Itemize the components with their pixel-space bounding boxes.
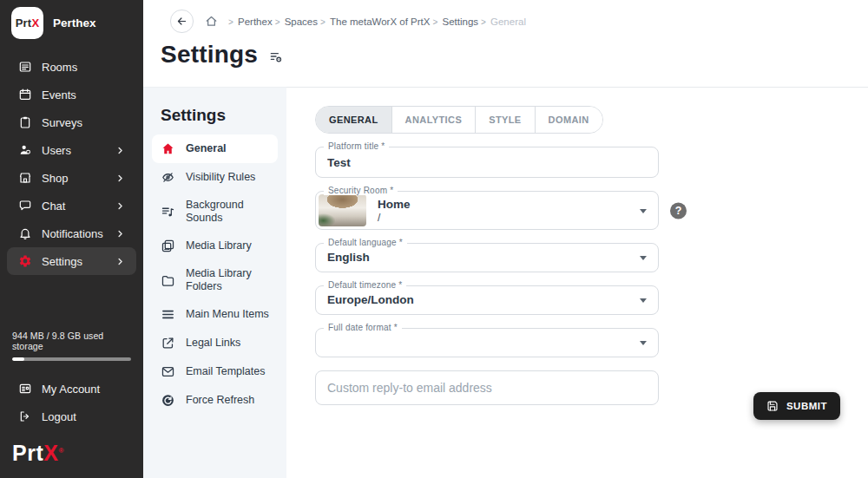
caret-down-icon bbox=[640, 209, 647, 213]
chevron-right-icon bbox=[115, 229, 125, 239]
sidebar-item-logout[interactable]: Logout bbox=[7, 403, 136, 430]
back-button[interactable] bbox=[170, 10, 194, 33]
settings-nav-item-force-refresh[interactable]: Force Refresh bbox=[152, 386, 278, 415]
sidebar-item-chat[interactable]: Chat bbox=[7, 192, 136, 219]
room-name: Home bbox=[378, 198, 411, 212]
settings-nav-item-media-library[interactable]: Media Library bbox=[152, 232, 278, 260]
photo-library-icon bbox=[161, 239, 175, 253]
home-icon[interactable] bbox=[205, 15, 218, 28]
brand-logo: PrtX bbox=[11, 7, 43, 39]
room-text: Home / bbox=[378, 198, 411, 224]
footer-logo-suffix: X bbox=[43, 441, 58, 465]
users-icon bbox=[18, 143, 32, 157]
reply-to-email-field[interactable] bbox=[315, 370, 659, 405]
sidebar-item-users[interactable]: Users bbox=[7, 136, 136, 164]
main-sidebar: PrtX Perthex Rooms Events Surveys Users bbox=[0, 0, 143, 478]
settings-nav-item-general[interactable]: General bbox=[152, 134, 278, 163]
general-settings-form: Platform title * Security Room * Home / … bbox=[315, 147, 659, 405]
external-link-icon bbox=[161, 336, 175, 350]
room-thumbnail bbox=[319, 194, 366, 226]
settings-nav-item-email-templates[interactable]: Email Templates bbox=[152, 357, 278, 386]
default-timezone-select[interactable]: Default timezone * Europe/London bbox=[315, 285, 659, 315]
tab-analytics[interactable]: ANALYTICS bbox=[391, 107, 476, 133]
settings-nav-item-main-menu-items[interactable]: Main Menu Items bbox=[152, 300, 278, 329]
footer-logo: PrtX® bbox=[0, 430, 143, 478]
app-root: PrtX Perthex Rooms Events Surveys Users bbox=[0, 0, 868, 478]
brand-name: Perthex bbox=[53, 16, 96, 29]
default-language-select[interactable]: Default language * English bbox=[315, 243, 659, 272]
reply-to-email-input[interactable] bbox=[327, 381, 647, 395]
settings-nav-label: General bbox=[186, 142, 227, 155]
tab-general[interactable]: GENERAL bbox=[316, 107, 391, 133]
sidebar-item-shop[interactable]: Shop bbox=[7, 164, 136, 192]
full-date-format-select[interactable]: Full date format * bbox=[315, 328, 659, 357]
breadcrumb-item[interactable]: Settings bbox=[430, 16, 478, 27]
events-icon bbox=[18, 88, 32, 101]
settings-nav-item-legal-links[interactable]: Legal Links bbox=[152, 329, 278, 357]
sidebar-item-settings[interactable]: Settings bbox=[7, 247, 136, 275]
chevron-right-icon bbox=[115, 146, 125, 155]
menu-icon bbox=[161, 307, 175, 322]
id-badge-icon bbox=[18, 382, 32, 396]
logo-suffix: X bbox=[31, 16, 39, 29]
tab-style[interactable]: STYLE bbox=[475, 107, 534, 133]
submit-button[interactable]: SUBMIT bbox=[753, 392, 840, 420]
shop-icon bbox=[18, 171, 32, 185]
logo-prefix: Prt bbox=[16, 16, 32, 29]
chat-icon bbox=[18, 199, 32, 213]
list-settings-icon[interactable] bbox=[269, 50, 283, 64]
gear-icon bbox=[18, 254, 32, 268]
settings-nav-item-media-library-folders[interactable]: Media Library Folders bbox=[152, 260, 278, 300]
folder-icon bbox=[161, 273, 175, 288]
settings-sidebar-title: Settings bbox=[143, 88, 286, 134]
settings-nav-label: Main Menu Items bbox=[186, 308, 269, 321]
page-title-row: Settings bbox=[161, 41, 283, 69]
save-icon bbox=[766, 400, 779, 412]
logout-icon bbox=[18, 409, 32, 423]
settings-nav-label: Legal Links bbox=[186, 337, 240, 350]
tab-domain[interactable]: DOMAIN bbox=[535, 107, 602, 133]
breadcrumb-item[interactable]: Spaces bbox=[273, 16, 318, 27]
sidebar-item-events[interactable]: Events bbox=[7, 81, 136, 108]
sidebar-item-label: Settings bbox=[42, 255, 82, 268]
breadcrumb-item[interactable]: Perthex bbox=[226, 16, 273, 27]
settings-nav-label: Email Templates bbox=[186, 365, 265, 378]
sidebar-item-notifications[interactable]: Notifications bbox=[7, 219, 136, 247]
breadcrumb-items: Perthex Spaces The metaWorX of PrtX Sett… bbox=[226, 16, 526, 27]
settings-nav-label: Force Refresh bbox=[186, 394, 254, 407]
platform-title-label: Platform title * bbox=[324, 141, 389, 151]
settings-nav-item-background-sounds[interactable]: Background Sounds bbox=[152, 192, 278, 232]
rooms-icon bbox=[18, 60, 32, 74]
sidebar-item-label: My Account bbox=[42, 383, 100, 396]
sidebar-item-label: Shop bbox=[42, 172, 68, 185]
settings-nav-label: Visibility Rules bbox=[186, 171, 255, 184]
default-timezone-value: Europe/London bbox=[327, 293, 632, 307]
refresh-icon bbox=[161, 393, 175, 408]
settings-nav-item-visibility-rules[interactable]: Visibility Rules bbox=[152, 163, 278, 192]
security-room-select[interactable]: Security Room * Home / ? bbox=[315, 191, 659, 230]
sidebar-item-label: Rooms bbox=[42, 61, 77, 74]
caret-down-icon bbox=[640, 341, 647, 345]
settings-form-panel: GENERAL ANALYTICS STYLE DOMAIN Platform … bbox=[286, 87, 868, 478]
full-date-format-label: Full date format * bbox=[324, 323, 402, 332]
security-room-label: Security Room * bbox=[324, 186, 398, 195]
footer-logo-prefix: Prt bbox=[12, 441, 43, 465]
chevron-right-icon bbox=[115, 257, 125, 266]
storage-indicator: 944 MB / 9.8 GB used storage bbox=[0, 331, 143, 361]
sidebar-item-my-account[interactable]: My Account bbox=[7, 375, 136, 403]
surveys-icon bbox=[18, 115, 32, 129]
music-list-icon bbox=[161, 205, 175, 219]
caret-down-icon bbox=[640, 298, 647, 303]
help-icon[interactable]: ? bbox=[670, 202, 687, 219]
sidebar-item-surveys[interactable]: Surveys bbox=[7, 108, 136, 136]
room-path: / bbox=[378, 212, 411, 224]
platform-title-input[interactable] bbox=[327, 156, 632, 170]
sidebar-item-rooms[interactable]: Rooms bbox=[7, 53, 136, 81]
platform-title-field[interactable]: Platform title * bbox=[315, 147, 659, 178]
page-title: Settings bbox=[161, 41, 258, 69]
default-language-value: English bbox=[327, 251, 632, 265]
default-timezone-label: Default timezone * bbox=[324, 280, 406, 290]
settings-nav-label: Media Library bbox=[186, 239, 252, 252]
breadcrumb-item[interactable]: The metaWorX of PrtX bbox=[318, 16, 430, 27]
chevron-right-icon bbox=[115, 201, 125, 211]
